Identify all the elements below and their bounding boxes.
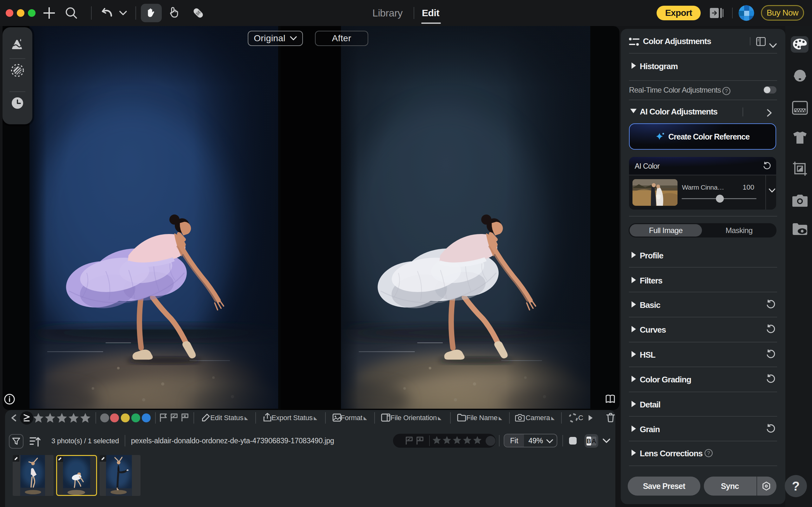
svg-text:?: ? <box>725 88 727 94</box>
svg-text:?: ? <box>707 450 710 456</box>
